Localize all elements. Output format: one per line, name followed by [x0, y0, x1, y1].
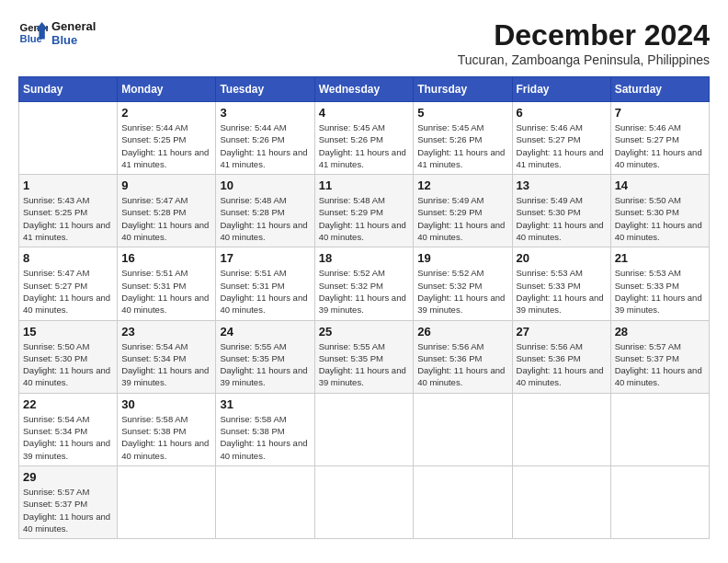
calendar-cell: 24 Sunrise: 5:55 AM Sunset: 5:35 PM Dayl… — [216, 320, 314, 393]
month-title: December 2024 — [458, 18, 710, 52]
day-header-saturday: Saturday — [610, 77, 709, 102]
calendar-cell: 20 Sunrise: 5:53 AM Sunset: 5:33 PM Dayl… — [512, 247, 610, 320]
calendar-cell: 29 Sunrise: 5:57 AM Sunset: 5:37 PM Dayl… — [19, 465, 118, 538]
calendar-week-row: 29 Sunrise: 5:57 AM Sunset: 5:37 PM Dayl… — [19, 465, 710, 538]
calendar-cell — [314, 465, 414, 538]
day-info: Sunrise: 5:55 AM Sunset: 5:35 PM Dayligh… — [220, 340, 310, 389]
day-number: 9 — [121, 178, 211, 192]
calendar-cell: 22 Sunrise: 5:54 AM Sunset: 5:34 PM Dayl… — [19, 393, 118, 465]
day-number: 8 — [23, 251, 113, 265]
calendar-cell: 5 Sunrise: 5:45 AM Sunset: 5:26 PM Dayli… — [414, 102, 512, 175]
calendar-cell: 18 Sunrise: 5:52 AM Sunset: 5:32 PM Dayl… — [314, 247, 414, 320]
day-number: 15 — [23, 325, 113, 339]
day-info: Sunrise: 5:55 AM Sunset: 5:35 PM Dayligh… — [319, 340, 410, 389]
calendar-cell: 12 Sunrise: 5:49 AM Sunset: 5:29 PM Dayl… — [414, 175, 512, 247]
title-area: December 2024 Tucuran, Zamboanga Peninsu… — [458, 18, 710, 67]
day-number: 23 — [121, 325, 211, 339]
day-header-wednesday: Wednesday — [314, 77, 414, 102]
calendar-cell — [512, 465, 610, 538]
calendar-cell: 2 Sunrise: 5:44 AM Sunset: 5:25 PM Dayli… — [118, 102, 216, 175]
day-info: Sunrise: 5:43 AM Sunset: 5:25 PM Dayligh… — [23, 194, 113, 243]
calendar-cell — [414, 465, 512, 538]
calendar-cell — [19, 102, 118, 175]
day-number: 31 — [220, 397, 310, 411]
day-info: Sunrise: 5:57 AM Sunset: 5:37 PM Dayligh… — [23, 486, 113, 534]
day-number: 29 — [23, 470, 113, 484]
day-number: 30 — [121, 397, 211, 411]
day-number: 2 — [121, 106, 211, 120]
calendar-week-row: 22 Sunrise: 5:54 AM Sunset: 5:34 PM Dayl… — [19, 393, 710, 465]
calendar-week-row: 8 Sunrise: 5:47 AM Sunset: 5:27 PM Dayli… — [19, 247, 710, 320]
day-info: Sunrise: 5:52 AM Sunset: 5:32 PM Dayligh… — [417, 267, 507, 316]
calendar-cell: 15 Sunrise: 5:50 AM Sunset: 5:30 PM Dayl… — [19, 320, 118, 393]
day-info: Sunrise: 5:54 AM Sunset: 5:34 PM Dayligh… — [121, 340, 211, 389]
day-info: Sunrise: 5:44 AM Sunset: 5:25 PM Dayligh… — [121, 121, 211, 170]
calendar-body: 2 Sunrise: 5:44 AM Sunset: 5:25 PM Dayli… — [19, 102, 710, 539]
logo-blue: Blue — [51, 33, 96, 47]
calendar-cell: 26 Sunrise: 5:56 AM Sunset: 5:36 PM Dayl… — [414, 320, 512, 393]
day-number: 3 — [220, 106, 310, 120]
day-header-sunday: Sunday — [19, 77, 118, 102]
logo-general: General — [51, 19, 96, 33]
day-number: 27 — [517, 325, 607, 339]
day-number: 10 — [220, 178, 310, 192]
calendar-cell — [610, 393, 709, 465]
calendar-cell: 27 Sunrise: 5:56 AM Sunset: 5:36 PM Dayl… — [512, 320, 610, 393]
day-number: 21 — [615, 251, 705, 265]
day-info: Sunrise: 5:49 AM Sunset: 5:30 PM Dayligh… — [517, 194, 607, 243]
calendar-cell — [314, 393, 414, 465]
day-info: Sunrise: 5:53 AM Sunset: 5:33 PM Dayligh… — [615, 267, 705, 316]
calendar-week-row: 1 Sunrise: 5:43 AM Sunset: 5:25 PM Dayli… — [19, 175, 710, 247]
calendar-cell — [216, 465, 314, 538]
day-number: 6 — [517, 106, 607, 120]
logo-icon: General Blue — [18, 18, 48, 48]
calendar-week-row: 15 Sunrise: 5:50 AM Sunset: 5:30 PM Dayl… — [19, 320, 710, 393]
calendar-cell — [512, 393, 610, 465]
calendar-cell: 17 Sunrise: 5:51 AM Sunset: 5:31 PM Dayl… — [216, 247, 314, 320]
day-number: 1 — [23, 178, 113, 192]
calendar-cell: 23 Sunrise: 5:54 AM Sunset: 5:34 PM Dayl… — [118, 320, 216, 393]
calendar-cell — [610, 465, 709, 538]
day-number: 14 — [615, 178, 705, 192]
day-info: Sunrise: 5:51 AM Sunset: 5:31 PM Dayligh… — [220, 267, 310, 316]
calendar-table: SundayMondayTuesdayWednesdayThursdayFrid… — [18, 76, 710, 539]
calendar-cell: 3 Sunrise: 5:44 AM Sunset: 5:26 PM Dayli… — [216, 102, 314, 175]
svg-text:Blue: Blue — [20, 33, 42, 44]
calendar-cell: 28 Sunrise: 5:57 AM Sunset: 5:37 PM Dayl… — [610, 320, 709, 393]
day-info: Sunrise: 5:51 AM Sunset: 5:31 PM Dayligh… — [121, 267, 211, 316]
calendar-cell: 19 Sunrise: 5:52 AM Sunset: 5:32 PM Dayl… — [414, 247, 512, 320]
day-number: 28 — [615, 325, 705, 339]
day-info: Sunrise: 5:49 AM Sunset: 5:29 PM Dayligh… — [417, 194, 507, 243]
calendar-cell — [414, 393, 512, 465]
calendar-cell: 1 Sunrise: 5:43 AM Sunset: 5:25 PM Dayli… — [19, 175, 118, 247]
calendar-cell: 10 Sunrise: 5:48 AM Sunset: 5:28 PM Dayl… — [216, 175, 314, 247]
day-number: 22 — [23, 397, 113, 411]
calendar-cell: 13 Sunrise: 5:49 AM Sunset: 5:30 PM Dayl… — [512, 175, 610, 247]
day-info: Sunrise: 5:46 AM Sunset: 5:27 PM Dayligh… — [517, 121, 607, 170]
day-header-friday: Friday — [512, 77, 610, 102]
day-info: Sunrise: 5:52 AM Sunset: 5:32 PM Dayligh… — [319, 267, 410, 316]
location-title: Tucuran, Zamboanga Peninsula, Philippine… — [458, 52, 710, 67]
day-number: 12 — [417, 178, 507, 192]
day-number: 4 — [319, 106, 410, 120]
day-number: 19 — [417, 251, 507, 265]
day-number: 25 — [319, 325, 410, 339]
calendar-cell: 30 Sunrise: 5:58 AM Sunset: 5:38 PM Dayl… — [118, 393, 216, 465]
calendar-cell: 8 Sunrise: 5:47 AM Sunset: 5:27 PM Dayli… — [19, 247, 118, 320]
day-info: Sunrise: 5:58 AM Sunset: 5:38 PM Dayligh… — [220, 413, 310, 462]
calendar-cell: 25 Sunrise: 5:55 AM Sunset: 5:35 PM Dayl… — [314, 320, 414, 393]
day-info: Sunrise: 5:53 AM Sunset: 5:33 PM Dayligh… — [517, 267, 607, 316]
day-info: Sunrise: 5:44 AM Sunset: 5:26 PM Dayligh… — [220, 121, 310, 170]
logo: General Blue General Blue — [18, 18, 96, 48]
calendar-cell: 21 Sunrise: 5:53 AM Sunset: 5:33 PM Dayl… — [610, 247, 709, 320]
day-number: 5 — [417, 106, 507, 120]
day-info: Sunrise: 5:45 AM Sunset: 5:26 PM Dayligh… — [319, 121, 410, 170]
day-info: Sunrise: 5:48 AM Sunset: 5:29 PM Dayligh… — [319, 194, 410, 243]
day-number: 26 — [417, 325, 507, 339]
calendar-cell: 14 Sunrise: 5:50 AM Sunset: 5:30 PM Dayl… — [610, 175, 709, 247]
calendar-cell: 7 Sunrise: 5:46 AM Sunset: 5:27 PM Dayli… — [610, 102, 709, 175]
day-header-monday: Monday — [118, 77, 216, 102]
day-info: Sunrise: 5:58 AM Sunset: 5:38 PM Dayligh… — [121, 413, 211, 462]
day-number: 18 — [319, 251, 410, 265]
day-header-thursday: Thursday — [414, 77, 512, 102]
